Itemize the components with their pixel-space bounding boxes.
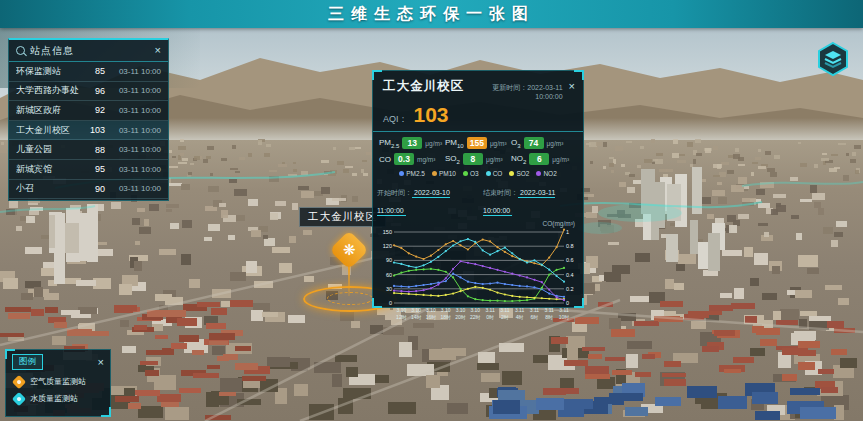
- legend-item: 空气质量监测站: [6, 373, 110, 390]
- station-panel-title: 站点信息: [30, 44, 150, 58]
- page-title: 三维生态环保一张图: [328, 4, 535, 25]
- legend-dot: [536, 171, 541, 176]
- station-row[interactable]: 新城宾馆9503-11 10:00: [9, 160, 168, 180]
- pollutant-cell: PM2.513μg/m³: [379, 137, 445, 149]
- chart-legend-item: PM2.5: [399, 170, 425, 177]
- legend-series-name: CO: [493, 170, 503, 177]
- station-row[interactable]: 儿童公园8803-11 10:00: [9, 140, 168, 160]
- pollutant-unit: μg/m³: [490, 140, 507, 147]
- station-row[interactable]: 环保监测站8503-11 10:00: [9, 62, 168, 82]
- legend-series-name: O3: [470, 170, 479, 177]
- legend-dot: [432, 171, 437, 176]
- svg-text:120: 120: [383, 243, 392, 249]
- aqi-value: 103: [414, 103, 449, 127]
- svg-text:3.116时: 3.116时: [530, 307, 540, 320]
- station-update-time: 03-11 10:00: [109, 165, 161, 174]
- pollutant-cell: SO28μg/m³: [445, 153, 511, 165]
- station-update-time: 03-11 10:00: [109, 145, 161, 154]
- pollutant-unit: μg/m³: [547, 140, 564, 147]
- station-aqi-value: 90: [83, 184, 105, 194]
- station-aqi-value: 92: [83, 105, 105, 115]
- station-name: 儿童公园: [16, 143, 79, 156]
- legend-series-name: PM10: [439, 170, 456, 177]
- svg-text:0.6: 0.6: [566, 257, 574, 263]
- station-name: 大学西路办事处: [16, 84, 79, 97]
- svg-text:3.1012时: 3.1012时: [396, 307, 407, 320]
- pollutant-label: CO: [379, 155, 391, 164]
- pollutant-value-badge: 74: [524, 137, 544, 149]
- update-time: 更新时间：2022-03-11 10:00:00: [470, 83, 563, 100]
- station-update-time: 03-11 10:00: [109, 86, 161, 95]
- pollutant-grid: PM2.513μg/m³PM10155μg/m³O374μg/m³CO0.3mg…: [373, 132, 583, 167]
- legend-panel-header: 图例 ×: [6, 350, 110, 373]
- pollutant-value-badge: 0.3: [394, 153, 414, 165]
- station-aqi-value: 96: [83, 86, 105, 96]
- pollutant-unit: mg/m³: [417, 156, 435, 163]
- pollutant-value-badge: 155: [467, 137, 487, 149]
- station-list: 环保监测站8503-11 10:00大学西路办事处9603-11 10:00新城…: [9, 62, 168, 199]
- station-list-panel: 站点信息 × 环保监测站8503-11 10:00大学西路办事处9603-11 …: [8, 38, 169, 201]
- station-row[interactable]: 工大金川校区10303-11 10:00: [9, 121, 168, 141]
- svg-text:3.1110时: 3.1110时: [559, 307, 570, 320]
- station-name: 工大金川校区: [16, 124, 79, 137]
- pollutant-value-badge: 13: [402, 137, 422, 149]
- chart-legend-item: SO2: [509, 170, 529, 177]
- station-row[interactable]: 小召9003-11 10:00: [9, 180, 168, 200]
- svg-text:0.4: 0.4: [566, 272, 574, 278]
- svg-text:3.118时: 3.118时: [545, 307, 555, 320]
- pollutant-label: NO2: [511, 154, 526, 165]
- legend-dot: [509, 171, 514, 176]
- popup-title: 工大金川校区: [383, 78, 464, 95]
- svg-text:0: 0: [389, 300, 392, 306]
- svg-text:90: 90: [386, 257, 392, 263]
- svg-text:3.1014时: 3.1014时: [411, 307, 422, 320]
- diamond-marker-icon: [12, 391, 26, 405]
- station-row[interactable]: 大学西路办事处9603-11 10:00: [9, 82, 168, 102]
- pinwheel-icon: ❋: [343, 241, 356, 259]
- station-detail-popup: 工大金川校区 更新时间：2022-03-11 10:00:00 × AQI： 1…: [372, 70, 584, 308]
- pollutant-label: PM2.5: [379, 138, 399, 149]
- svg-text:0.2: 0.2: [566, 286, 574, 292]
- right-axis-label: CO(mg/m³): [373, 218, 583, 227]
- close-icon[interactable]: ×: [98, 357, 104, 368]
- marker-ground-ring-inner: [327, 292, 373, 305]
- svg-text:3.110时: 3.110时: [485, 307, 495, 320]
- search-icon: [16, 46, 25, 55]
- station-name: 环保监测站: [16, 65, 79, 78]
- close-icon[interactable]: ×: [155, 45, 161, 56]
- pollutant-cell: O374μg/m³: [511, 137, 577, 149]
- svg-text:60: 60: [386, 272, 392, 278]
- legend-item: 水质量监测站: [6, 390, 110, 407]
- close-icon[interactable]: ×: [569, 81, 575, 92]
- header-bar: 三维生态环保一张图: [0, 0, 863, 28]
- pollutant-cell: NO26μg/m³: [511, 153, 577, 165]
- aqi-row: AQI： 103: [373, 103, 583, 132]
- svg-text:3.1018时: 3.1018时: [440, 307, 451, 320]
- pollutant-trend-chart: 030609012015000.20.40.60.813.1012时3.1014…: [376, 227, 580, 327]
- marker-stem: [348, 266, 350, 296]
- svg-text:3.114时: 3.114时: [515, 307, 525, 320]
- layers-hexagon-icon[interactable]: [815, 41, 851, 77]
- chart-legend-item: NO2: [536, 170, 556, 177]
- station-update-time: 03-11 10:00: [109, 184, 161, 193]
- legend-panel-title: 图例: [12, 354, 43, 370]
- chart-legend-item: O3: [463, 170, 479, 177]
- pollutant-label: PM10: [445, 138, 464, 149]
- legend-series-name: SO2: [516, 170, 529, 177]
- station-name: 小召: [16, 182, 79, 195]
- pollutant-unit: μg/m³: [552, 156, 569, 163]
- station-name: 新城区政府: [16, 104, 79, 117]
- svg-text:0: 0: [566, 300, 569, 306]
- legend-dot: [463, 171, 468, 176]
- chart-legend: PM2.5PM10O3COSO2NO2: [373, 167, 583, 178]
- svg-text:30: 30: [386, 286, 392, 292]
- svg-text:3.1016时: 3.1016时: [426, 307, 437, 320]
- station-aqi-value: 88: [83, 145, 105, 155]
- aqi-label: AQI：: [383, 113, 408, 126]
- end-time-label: 结束时间：: [483, 189, 518, 196]
- legend-dot: [399, 171, 404, 176]
- chart-legend-item: PM10: [432, 170, 456, 177]
- station-row[interactable]: 新城区政府9203-11 10:00: [9, 101, 168, 121]
- svg-text:3.1020时: 3.1020时: [455, 307, 466, 320]
- legend-item-label: 空气质量监测站: [30, 376, 86, 387]
